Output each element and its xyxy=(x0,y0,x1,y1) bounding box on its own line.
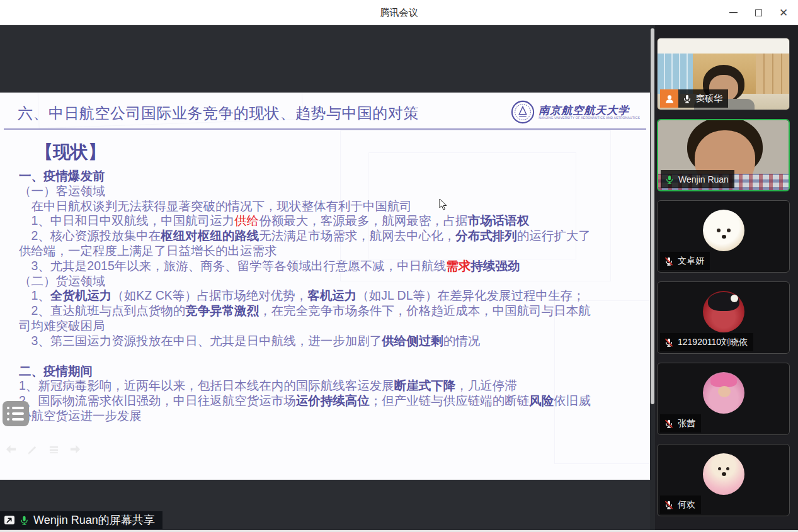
participant-tile[interactable]: 窦硕华 xyxy=(657,38,790,110)
screen-share-area: 六、中日航空公司国际业务竞争的现状、趋势与中国的对策 南京航空航天大学 NANJ… xyxy=(0,25,650,532)
mic-icon xyxy=(664,419,674,429)
slide-text-line: 3、尤其是2015年以来，旅游、商务、留学等各领域出行意愿不减，中日航线需求持续… xyxy=(19,259,639,274)
slide-title-divider xyxy=(4,128,646,130)
maximize-icon xyxy=(755,9,762,16)
participant-tile[interactable]: 文卓妍 xyxy=(657,200,790,273)
university-emblem-icon xyxy=(511,100,535,124)
slide-text-line: 1、新冠病毒影响，近两年以来，包括日本线在内的国际航线客运发展断崖式下降，几近停… xyxy=(19,378,639,393)
window-title: 腾讯会议 xyxy=(0,0,798,25)
presentation-slide: 六、中日航空公司国际业务竞争的现状、趋势与中国的对策 南京航空航天大学 NANJ… xyxy=(0,93,650,480)
next-slide-button[interactable] xyxy=(69,444,81,455)
minimize-icon xyxy=(729,12,738,13)
mic-icon xyxy=(664,256,674,266)
screen-share-icon xyxy=(4,515,15,525)
university-logo: 南京航空航天大学 NANJING UNIVERSITY OF AERONAUTI… xyxy=(511,100,640,124)
participant-avatar xyxy=(703,210,744,251)
slide-text-line: 3、第三国运力资源投放在中日、尤其是日中航线，进一步加剧了供给侧过剩的情况 xyxy=(19,334,639,349)
meeting-main: 六、中日航空公司国际业务竞争的现状、趋势与中国的对策 南京航空航天大学 NANJ… xyxy=(0,25,798,532)
list-row xyxy=(7,418,29,421)
participant-avatar xyxy=(703,372,744,414)
mic-icon xyxy=(682,94,692,104)
slide-text-line: 1、中日和日中双航线，中国航司运力供给份额最大，客源最多，航网最密，占据市场话语… xyxy=(19,213,639,229)
slide-text-line: 二、疫情期间 xyxy=(19,364,639,379)
participant-tile[interactable]: 张茜 xyxy=(657,363,790,435)
presenter-mic-icon xyxy=(19,515,30,526)
mic-icon xyxy=(664,174,675,184)
participants-scrollbar-thumb[interactable] xyxy=(651,28,654,404)
slide-text-line: 2、直达航班与点到点货物的竞争异常激烈，在完全竞争市场条件下，价格趋近成本，中国… xyxy=(19,303,639,319)
slide-text-line: 司均难突破困局 xyxy=(19,319,639,334)
list-row xyxy=(7,412,29,415)
slide-list-button[interactable] xyxy=(3,401,29,426)
maximize-button[interactable] xyxy=(749,3,768,22)
participants-panel: 窦硕华 Wenjin Ruan xyxy=(655,25,798,532)
slide-body: 一、疫情爆发前（一）客运领域 在中日航权谈判无法获得显著突破的情况下，现状整体有… xyxy=(19,169,639,424)
mic-icon xyxy=(664,500,674,510)
slide-text-line: 2、核心资源投放集中在枢纽对枢纽的路线无法满足市场需求，航网去中心化，分布式排列… xyxy=(19,229,639,244)
slide-title: 六、中日航空公司国际业务竞争的现状、趋势与中国的对策 xyxy=(18,103,419,123)
previous-slide-button[interactable] xyxy=(5,444,17,455)
slide-text-line: 胁航空货运进一步发展 xyxy=(19,409,639,424)
participant-name: Wenjin Ruan xyxy=(678,174,729,184)
participant-tile[interactable]: 何欢 xyxy=(657,444,790,516)
university-name-en: NANJING UNIVERSITY OF AERONAUTICS AND AS… xyxy=(539,116,640,120)
host-avatar-badge xyxy=(660,89,678,108)
participant-tile[interactable]: Wenjin Ruan xyxy=(657,119,790,191)
participant-name-badge: 张茜 xyxy=(660,414,701,433)
list-row xyxy=(7,407,29,409)
participant-name: 何欢 xyxy=(678,499,695,511)
university-name-zh: 南京航空航天大学 xyxy=(539,105,640,116)
slide-text-line: 一、疫情爆发前 xyxy=(19,169,639,184)
participant-name-badge: 窦硕华 xyxy=(660,89,728,108)
mic-icon xyxy=(664,337,674,348)
screen-share-banner: Wenjin Ruan的屏幕共享 xyxy=(0,511,162,529)
screen-share-banner-text: Wenjin Ruan的屏幕共享 xyxy=(33,512,155,528)
participant-name-badge: Wenjin Ruan xyxy=(661,170,734,188)
slide-text-line xyxy=(19,349,639,364)
slide-text-line: （二）货运领域 xyxy=(19,274,639,289)
slide-text-line: 供给端，一定程度上满足了日益增长的出运需求 xyxy=(19,244,639,259)
participant-name: 121920110刘晓依 xyxy=(678,337,748,348)
slide-text-line: 在中日航权谈判无法获得显著突破的情况下，现状整体有利于中国航司 xyxy=(19,199,639,214)
slide-text-line: 1、全货机运力（如KZ CK等）占据市场绝对优势，客机运力（如JL DL等）在差… xyxy=(19,288,639,303)
window-titlebar: 腾讯会议 ✕ xyxy=(0,0,798,25)
close-icon: ✕ xyxy=(779,8,788,18)
participant-tile[interactable]: 121920110刘晓依 xyxy=(657,281,790,354)
slide-text-line: 2、国际物流需求依旧强劲，中日往返航空货运市场运价持续高位；但产业链与供应链端的… xyxy=(19,393,639,409)
slide-text-line: （一）客运领域 xyxy=(19,184,639,199)
participant-name-badge: 文卓妍 xyxy=(660,252,710,270)
participant-name: 窦硕华 xyxy=(696,93,722,105)
participant-avatar xyxy=(703,453,744,495)
participant-name: 张茜 xyxy=(678,418,695,429)
close-button[interactable]: ✕ xyxy=(774,3,793,22)
participant-avatar xyxy=(703,291,744,332)
slide-menu-button[interactable] xyxy=(48,444,60,455)
presenter-controls xyxy=(5,444,81,455)
participant-name-badge: 何欢 xyxy=(660,495,701,514)
participant-name-badge: 121920110刘晓依 xyxy=(660,333,753,351)
participants-scrollbar xyxy=(650,25,655,532)
person-icon xyxy=(664,93,675,105)
pen-tool-button[interactable] xyxy=(26,444,38,455)
window-controls: ✕ xyxy=(724,0,793,25)
mouse-cursor xyxy=(439,198,447,210)
participant-name: 文卓妍 xyxy=(678,256,704,267)
slide-section-heading: 【现状】 xyxy=(35,140,106,164)
minimize-button[interactable] xyxy=(724,3,743,22)
